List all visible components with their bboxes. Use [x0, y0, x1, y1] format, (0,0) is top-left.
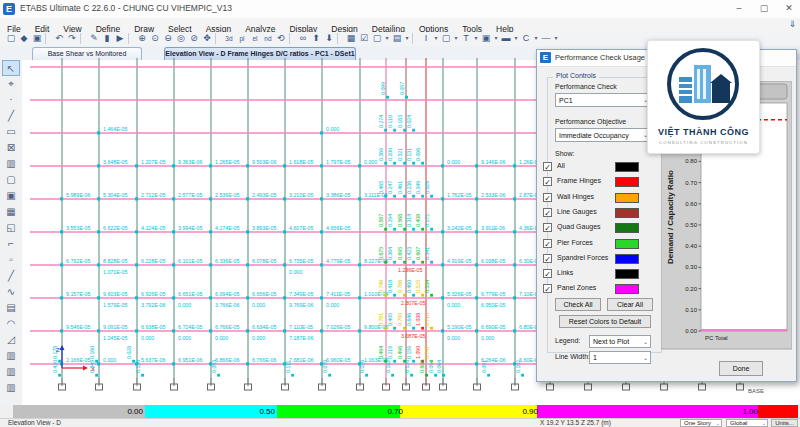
- dropdown-arrow-icon[interactable]: ▾: [512, 32, 519, 45]
- draw-wall-icon[interactable]: ▢: [2, 172, 20, 188]
- coord-system-combo[interactable]: Global⌄: [726, 419, 768, 427]
- named-view-icon[interactable]: nd: [261, 32, 274, 45]
- dropdown-arrow-icon[interactable]: ▾: [492, 32, 499, 45]
- draw-opening-icon[interactable]: ▫: [2, 252, 20, 268]
- pan-icon[interactable]: ✥: [200, 32, 213, 45]
- checkbox-line-gauges[interactable]: ✓: [543, 208, 552, 217]
- draw-link-icon[interactable]: ╱: [2, 268, 20, 284]
- checkbox-quad-gauges[interactable]: ✓: [543, 223, 552, 232]
- color-swatch-wall-hinges[interactable]: [615, 193, 639, 203]
- reshape-icon[interactable]: ⌖: [2, 76, 20, 92]
- draw-dome-icon[interactable]: ◠: [2, 316, 20, 332]
- rotate-view-icon[interactable]: ⟲: [274, 32, 287, 45]
- draw-frame-icon[interactable]: ╱: [2, 108, 20, 124]
- reset-colors-button[interactable]: Reset Colors to Default: [559, 315, 651, 328]
- quick-frame-icon[interactable]: ▭: [2, 124, 20, 140]
- draw-grid-icon[interactable]: ▤: [2, 300, 20, 316]
- object-shrink-icon[interactable]: ∞: [296, 32, 309, 45]
- color-swatch-frame-hinges[interactable]: [615, 177, 639, 187]
- response-plot-icon[interactable]: ▥: [2, 364, 20, 380]
- move-down-list-icon[interactable]: ⬇: [322, 32, 335, 45]
- open-icon[interactable]: ◆: [17, 32, 30, 45]
- channel-section-icon[interactable]: C: [519, 32, 532, 45]
- ibeam-section-icon[interactable]: I: [419, 32, 432, 45]
- redo-icon[interactable]: ↷: [65, 32, 78, 45]
- checkbox-links[interactable]: ✓: [543, 269, 552, 278]
- draw-joint-icon[interactable]: ·: [2, 92, 20, 108]
- zoom-prev-icon[interactable]: ⊘: [187, 32, 200, 45]
- draw-tendon-icon[interactable]: ∿: [2, 284, 20, 300]
- zoom-out-icon[interactable]: ⊖: [161, 32, 174, 45]
- checkbox-frame-hinges[interactable]: ✓: [543, 177, 552, 186]
- run-icon[interactable]: ▶: [113, 32, 126, 45]
- units-button[interactable]: Units...: [771, 419, 798, 427]
- tee-section-icon[interactable]: T: [459, 32, 472, 45]
- done-button[interactable]: Done: [719, 361, 763, 376]
- draw-null-icon[interactable]: ⌐: [2, 236, 20, 252]
- plot-function-icon[interactable]: ▥: [2, 348, 20, 364]
- checkbox-all[interactable]: ✓: [543, 162, 552, 171]
- legend-combo[interactable]: Next to Plot⌄: [589, 335, 651, 348]
- panel-a-icon[interactable]: ▢: [370, 32, 383, 45]
- wall-section-icon[interactable]: ▢: [439, 32, 452, 45]
- dropdown-arrow-icon[interactable]: ▾: [532, 32, 539, 45]
- maximize-button[interactable]: ▢: [753, 2, 775, 15]
- color-swatch-line-gauges[interactable]: [615, 208, 639, 218]
- dropdown-arrow-icon[interactable]: ▾: [472, 32, 479, 45]
- lock-icon[interactable]: ▮: [100, 32, 113, 45]
- undo-icon[interactable]: ↶: [52, 32, 65, 45]
- check-all-button[interactable]: Check All: [555, 298, 601, 311]
- draw-ramp-icon[interactable]: ◿: [2, 332, 20, 348]
- plot-controls-label: Plot Controls: [553, 72, 599, 79]
- clear-all-button[interactable]: Clear All: [607, 298, 653, 311]
- quick-wall-icon[interactable]: ▣: [2, 188, 20, 204]
- elev-view-icon[interactable]: el: [248, 32, 261, 45]
- dropdown-arrow-icon[interactable]: ▾: [383, 32, 390, 45]
- svg-text:0.000: 0.000: [141, 335, 154, 341]
- column-section-icon[interactable]: ▣: [479, 32, 492, 45]
- checkbox-panel-zones[interactable]: ✓: [543, 284, 552, 293]
- color-swatch-pier-forces[interactable]: [615, 239, 639, 249]
- hinge-results-icon[interactable]: ▥: [2, 380, 20, 396]
- line-section-icon[interactable]: —: [539, 32, 552, 45]
- color-swatch-spandrel-forces[interactable]: [615, 254, 639, 264]
- dropdown-arrow-icon[interactable]: ▾: [403, 32, 410, 45]
- performance-check-combo[interactable]: PC1⌄: [555, 93, 651, 107]
- performance-objective-combo[interactable]: Immediate Occupancy⌄: [555, 128, 651, 142]
- checkbox-spandrel-forces[interactable]: ✓: [543, 254, 552, 263]
- story-mode-combo[interactable]: One Story⌄: [680, 419, 722, 427]
- new-model-icon[interactable]: ▢: [4, 32, 17, 45]
- color-swatch-quad-gauges[interactable]: [615, 223, 639, 233]
- color-swatch-all[interactable]: [615, 162, 639, 172]
- color-swatch-links[interactable]: [615, 269, 639, 279]
- dropdown-arrow-icon[interactable]: ▾: [452, 32, 459, 45]
- scale-label: 1.00: [728, 405, 758, 418]
- svg-text:6.960E-05: 6.960E-05: [326, 357, 350, 363]
- checkbox-pier-forces[interactable]: ✓: [543, 239, 552, 248]
- download-arrow-icon[interactable]: ⇓: [788, 19, 796, 29]
- zoom-in-icon[interactable]: ⊕: [135, 32, 148, 45]
- draw-floor-icon[interactable]: ▦: [2, 204, 20, 220]
- color-swatch-panel-zones[interactable]: [615, 284, 639, 294]
- close-button[interactable]: ✕: [778, 2, 800, 15]
- checkbox-wall-hinges[interactable]: ✓: [543, 193, 552, 202]
- save-icon[interactable]: ▣: [30, 32, 43, 45]
- draw-braces-icon[interactable]: ⊠: [2, 140, 20, 156]
- dropdown-arrow-icon[interactable]: ▾: [552, 32, 559, 45]
- zoom-window-icon[interactable]: ⊙: [148, 32, 161, 45]
- slab-section-icon[interactable]: ▬: [499, 32, 512, 45]
- view-3d-icon[interactable]: 3d: [222, 32, 235, 45]
- display-options-icon[interactable]: ☑: [357, 32, 370, 45]
- quick-floor-icon[interactable]: ◱: [2, 220, 20, 236]
- minimize-button[interactable]: –: [728, 2, 750, 15]
- pen-icon[interactable]: ✎: [87, 32, 100, 45]
- dropdown-arrow-icon[interactable]: ▾: [432, 32, 439, 45]
- line-width-combo[interactable]: 1⌄: [589, 351, 651, 364]
- draw-secondary-icon[interactable]: ▥: [2, 156, 20, 172]
- pointer-select-icon[interactable]: ↖: [2, 60, 20, 76]
- plan-view-icon[interactable]: pl: [235, 32, 248, 45]
- panel-b-icon[interactable]: ▤: [390, 32, 403, 45]
- set-display-icon[interactable]: ▦: [344, 32, 357, 45]
- zoom-full-icon[interactable]: ◎: [174, 32, 187, 45]
- move-up-list-icon[interactable]: ⬆: [309, 32, 322, 45]
